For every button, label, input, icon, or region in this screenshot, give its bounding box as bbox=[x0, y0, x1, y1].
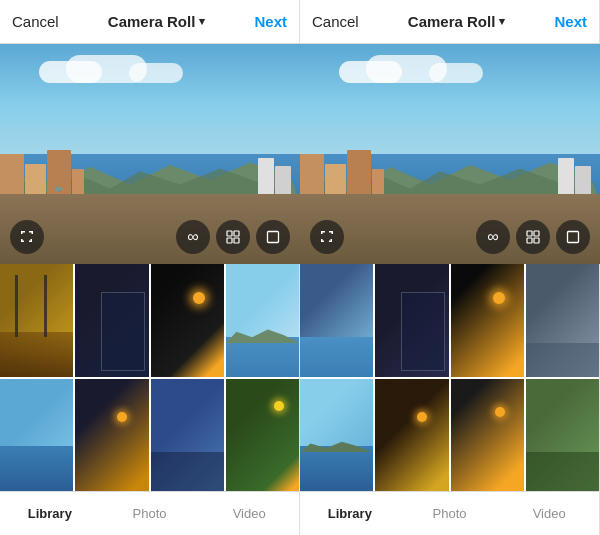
right-panel: Cancel Camera Roll ▾ Next bbox=[300, 0, 600, 535]
left-bird: 🐦 bbox=[54, 185, 64, 194]
right-thumb-4[interactable] bbox=[526, 264, 599, 377]
right-buildings bbox=[300, 150, 384, 198]
svg-rect-11 bbox=[534, 231, 539, 236]
right-thumb-6[interactable] bbox=[375, 379, 448, 492]
svg-rect-6 bbox=[268, 232, 279, 243]
svg-marker-7 bbox=[226, 329, 299, 343]
svg-rect-5 bbox=[234, 238, 239, 243]
left-thumb-5[interactable] bbox=[0, 379, 73, 492]
left-panel: Cancel Camera Roll ▾ Next bbox=[0, 0, 300, 535]
right-header: Cancel Camera Roll ▾ Next bbox=[300, 0, 599, 44]
left-buildings-right bbox=[258, 158, 294, 198]
right-thumb-1[interactable] bbox=[300, 264, 373, 377]
left-ctrl-group: ∞ bbox=[176, 220, 290, 254]
right-thumb-7[interactable] bbox=[451, 379, 524, 492]
left-preview: 🐦 ∞ bbox=[0, 44, 300, 264]
svg-rect-3 bbox=[234, 231, 239, 236]
left-thumb-3[interactable] bbox=[151, 264, 224, 377]
svg-rect-4 bbox=[227, 238, 232, 243]
right-title-text: Camera Roll bbox=[408, 13, 496, 30]
left-clouds bbox=[30, 55, 210, 110]
right-ctrl-group: ∞ bbox=[476, 220, 590, 254]
right-loop-button[interactable]: ∞ bbox=[476, 220, 510, 254]
right-thumbnails bbox=[300, 264, 599, 491]
left-tabs: Library Photo Video bbox=[0, 491, 299, 535]
right-tab-library[interactable]: Library bbox=[300, 492, 400, 535]
left-thumb-2[interactable] bbox=[75, 264, 148, 377]
left-loop-button[interactable]: ∞ bbox=[176, 220, 210, 254]
left-loop-icon: ∞ bbox=[187, 228, 198, 246]
right-thumb-8[interactable] bbox=[526, 379, 599, 492]
right-tab-video[interactable]: Video bbox=[499, 492, 599, 535]
left-expand-button[interactable] bbox=[10, 220, 44, 254]
left-title[interactable]: Camera Roll ▾ bbox=[108, 13, 206, 30]
right-tabs: Library Photo Video bbox=[300, 491, 599, 535]
left-tab-library[interactable]: Library bbox=[0, 492, 100, 535]
left-thumb-7[interactable] bbox=[151, 379, 224, 492]
left-thumb-6[interactable] bbox=[75, 379, 148, 492]
svg-rect-2 bbox=[227, 231, 232, 236]
right-cancel-button[interactable]: Cancel bbox=[312, 13, 359, 30]
right-tab-photo[interactable]: Photo bbox=[400, 492, 500, 535]
left-title-text: Camera Roll bbox=[108, 13, 196, 30]
left-buildings bbox=[0, 150, 84, 198]
left-header: Cancel Camera Roll ▾ Next bbox=[0, 0, 299, 44]
left-thumb-1[interactable] bbox=[0, 264, 73, 377]
left-next-button[interactable]: Next bbox=[254, 13, 287, 30]
right-preview-controls: ∞ bbox=[300, 220, 600, 254]
left-crop-button[interactable] bbox=[256, 220, 290, 254]
right-crop-button[interactable] bbox=[556, 220, 590, 254]
svg-rect-14 bbox=[568, 232, 579, 243]
right-preview: ∞ bbox=[300, 44, 600, 264]
left-tab-photo[interactable]: Photo bbox=[100, 492, 200, 535]
right-chevron-icon: ▾ bbox=[499, 15, 505, 28]
left-thumb-4[interactable] bbox=[226, 264, 299, 377]
right-loop-icon: ∞ bbox=[487, 228, 498, 246]
svg-rect-12 bbox=[527, 238, 532, 243]
right-expand-button[interactable] bbox=[310, 220, 344, 254]
svg-rect-13 bbox=[534, 238, 539, 243]
right-thumb-3[interactable] bbox=[451, 264, 524, 377]
left-cancel-button[interactable]: Cancel bbox=[12, 13, 59, 30]
svg-marker-15 bbox=[300, 441, 373, 452]
right-grid-button[interactable] bbox=[516, 220, 550, 254]
right-buildings-right bbox=[558, 158, 594, 198]
right-next-button[interactable]: Next bbox=[554, 13, 587, 30]
svg-rect-10 bbox=[527, 231, 532, 236]
left-thumbnails bbox=[0, 264, 299, 491]
right-clouds bbox=[330, 55, 510, 110]
left-preview-controls: ∞ bbox=[0, 220, 300, 254]
left-grid-button[interactable] bbox=[216, 220, 250, 254]
left-chevron-icon: ▾ bbox=[199, 15, 205, 28]
left-thumb-8[interactable] bbox=[226, 379, 299, 492]
left-tab-video[interactable]: Video bbox=[199, 492, 299, 535]
right-thumb-2[interactable] bbox=[375, 264, 448, 377]
right-title[interactable]: Camera Roll ▾ bbox=[408, 13, 506, 30]
right-thumb-5[interactable] bbox=[300, 379, 373, 492]
